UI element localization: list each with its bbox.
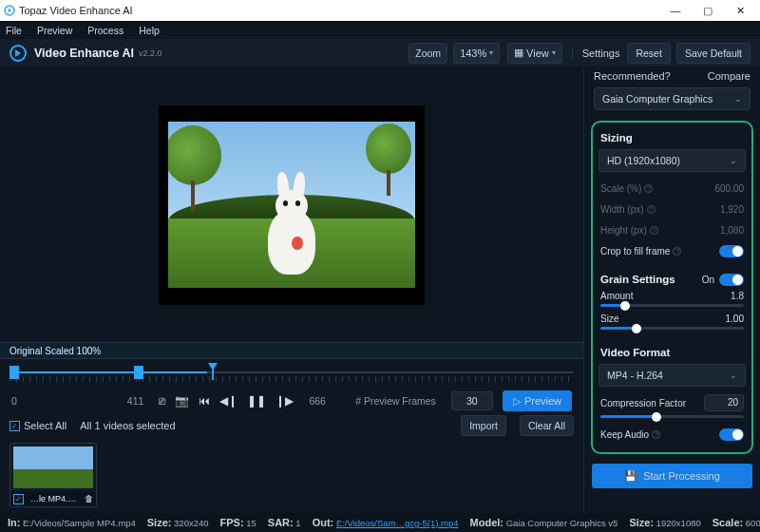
zoom-value: 143% [460, 48, 486, 59]
thumbnail-filename: …le MP4.mp4 [30, 494, 82, 504]
status-size2: 1920x1080 [656, 518, 701, 528]
ai-model-select[interactable]: Gaia Computer Graphics ⌄ [594, 87, 750, 110]
status-model-label: Model: [470, 517, 504, 528]
menu-preview[interactable]: Preview [37, 25, 72, 36]
start-processing-button[interactable]: 💾 Start Processing [592, 464, 752, 488]
menubar: File Preview Process Help [0, 21, 760, 39]
status-fps: 15 [246, 518, 256, 528]
grain-toggle[interactable] [719, 274, 744, 286]
import-button[interactable]: Import [461, 415, 506, 436]
status-model: Gaia Computer Graphics v5 [506, 518, 618, 528]
help-icon[interactable]: ? [644, 184, 653, 193]
frame-current: 411 [127, 395, 144, 407]
maximize-button[interactable]: ▢ [692, 0, 724, 21]
keep-audio-toggle[interactable] [719, 428, 744, 441]
zoom-value-dropdown[interactable]: 143% ▾ [453, 43, 500, 64]
status-out[interactable]: E:/Videos/Sam…gcg-5(1).mp4 [336, 518, 459, 528]
preview-mode-label: Original Scaled 100% [10, 346, 101, 356]
status-fps-label: FPS: [220, 517, 244, 528]
marker-icon[interactable]: ⎚ [159, 394, 165, 408]
step-forward-icon[interactable]: ❙▶ [276, 394, 294, 408]
status-out-label: Out: [313, 517, 334, 528]
timeline[interactable] [10, 363, 574, 384]
video-still [168, 122, 415, 288]
grain-amount-slider[interactable]: Amount1.8 [598, 290, 746, 313]
product-version: v2.2.0 [139, 48, 162, 58]
sizing-preset-value: HD (1920x1080) [607, 155, 730, 166]
selection-count: All 1 videos selected [80, 420, 175, 431]
recommended-label: Recommended [594, 70, 665, 82]
save-icon: 💾 [624, 470, 637, 483]
help-icon[interactable]: ? [652, 430, 660, 439]
status-size-label: Size: [147, 517, 172, 528]
section-format-title: Video Format [600, 347, 744, 358]
status-sar-label: SAR: [268, 517, 294, 528]
left-pane: Original Scaled 100% 0 411 ⎚ 📷 ⏮ ◀❙ ❚❚ [0, 67, 583, 513]
chevron-down-icon: ⌄ [734, 94, 742, 104]
clear-all-button[interactable]: Clear All [520, 415, 574, 436]
playhead[interactable] [207, 363, 218, 380]
chevron-down-icon: ▾ [552, 48, 556, 57]
save-default-button[interactable]: Save Default [676, 43, 750, 64]
crop-toggle[interactable] [719, 245, 744, 257]
chevron-down-icon: ⌄ [730, 370, 737, 380]
skip-back-icon[interactable]: ⏮ [199, 394, 210, 408]
logo-icon [10, 45, 27, 62]
thumbnail-checkbox[interactable]: ✓ [13, 494, 24, 504]
thumbnail-preview [13, 446, 93, 488]
close-button[interactable]: ✕ [724, 0, 756, 21]
view-label: View [526, 48, 549, 59]
section-sizing-title: Sizing [600, 132, 744, 143]
chevron-down-icon: ▾ [489, 48, 493, 57]
codec-value: MP4 - H.264 [607, 370, 730, 381]
menu-file[interactable]: File [6, 25, 22, 36]
pause-icon[interactable]: ❚❚ [247, 394, 266, 408]
help-icon[interactable]: ? [650, 226, 658, 235]
frame-end: 666 [309, 395, 326, 407]
video-viewer[interactable] [0, 67, 583, 342]
thumbnail-item[interactable]: ✓ …le MP4.mp4 🗑 [10, 443, 97, 507]
titlebar[interactable]: Topaz Video Enhance AI — ▢ ✕ [0, 0, 760, 21]
status-scale-label: Scale: [712, 517, 743, 528]
video-frame [159, 105, 425, 305]
minimize-button[interactable]: — [659, 0, 692, 21]
appbar: Video Enhance AI v2.2.0 Zoom 143% ▾ ▦ Vi… [0, 39, 760, 67]
in-point-handle[interactable] [10, 366, 19, 379]
product-name: Video Enhance AI [34, 47, 134, 60]
transport-controls: 0 411 ⎚ 📷 ⏮ ◀❙ ❚❚ ❙▶ 666 # Preview Frame… [0, 388, 583, 414]
grain-amount-label: Amount [600, 291, 731, 301]
help-icon[interactable]: ? [647, 205, 656, 214]
height-value: 1,080 [720, 225, 744, 236]
compare-label[interactable]: Compare [708, 70, 750, 82]
sizing-preset-select[interactable]: HD (1920x1080) ⌄ [598, 149, 746, 172]
chevron-down-icon: ⌄ [730, 156, 737, 165]
grain-size-label: Size [600, 314, 726, 324]
view-dropdown[interactable]: ▦ View ▾ [507, 43, 562, 64]
select-all-checkbox[interactable]: ✓Select All [10, 420, 66, 431]
step-back-icon[interactable]: ◀❙ [219, 394, 238, 408]
ai-model-value: Gaia Computer Graphics [602, 93, 734, 104]
crop-label: Crop to fill frame [600, 246, 670, 256]
app-window: Topaz Video Enhance AI — ▢ ✕ File Previe… [0, 0, 760, 532]
compression-slider[interactable] [652, 412, 661, 422]
help-icon[interactable]: ? [673, 247, 681, 256]
menu-help[interactable]: Help [139, 25, 160, 36]
trash-icon[interactable]: 🗑 [85, 494, 93, 504]
out-point-handle[interactable] [134, 366, 143, 379]
grain-size-slider[interactable]: Size1.00 [598, 313, 746, 335]
reset-button[interactable]: Reset [627, 43, 670, 64]
file-toolbar: ✓Select All All 1 videos selected Import… [0, 414, 583, 437]
menu-process[interactable]: Process [87, 25, 124, 36]
window-title: Topaz Video Enhance AI [19, 5, 659, 16]
compression-value[interactable]: 20 [704, 394, 744, 411]
frame-start: 0 [11, 395, 17, 407]
preview-frames-input[interactable]: 30 [451, 391, 493, 410]
start-processing-label: Start Processing [643, 470, 720, 482]
highlighted-panel: Sizing HD (1920x1080) ⌄ Scale (%)?600.00… [591, 121, 753, 454]
zoom-label: Zoom [408, 43, 447, 64]
codec-select[interactable]: MP4 - H.264 ⌄ [598, 364, 746, 387]
camera-icon[interactable]: 📷 [175, 394, 189, 408]
help-icon[interactable]: ? [665, 70, 671, 82]
preview-button[interactable]: ▷Preview [503, 390, 572, 411]
compression-label: Compression Factor [600, 398, 686, 408]
